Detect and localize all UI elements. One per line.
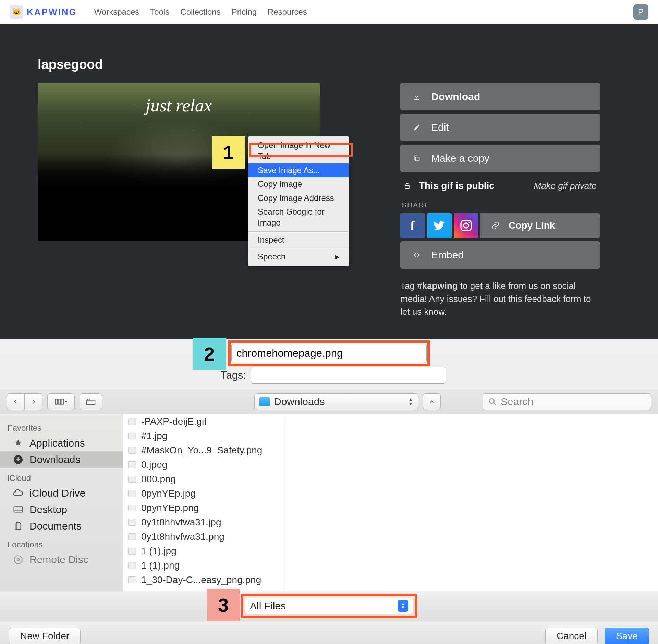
sidebar-item-documents[interactable]: Documents <box>0 518 123 534</box>
sidebar-item-downloads[interactable]: Downloads <box>0 451 123 468</box>
location-dropdown[interactable]: Downloads ▲▼ <box>254 393 418 410</box>
edit-button[interactable]: Edit <box>400 114 600 141</box>
file-name: 0pynYEp.png <box>141 502 199 513</box>
download-icon <box>412 92 422 101</box>
public-text: This gif is public <box>419 180 495 191</box>
file-row[interactable]: 1 (1).jpg <box>123 544 283 558</box>
file-detail-pane <box>283 414 658 591</box>
svg-point-9 <box>489 399 494 403</box>
file-row[interactable]: 0.jpeg <box>123 458 283 472</box>
back-button[interactable] <box>7 393 25 410</box>
feedback-form-link[interactable]: feedback form <box>525 294 581 304</box>
make-copy-button[interactable]: Make a copy <box>400 145 600 172</box>
ctx-open-new-tab[interactable]: Open Image in New Tab <box>248 138 349 163</box>
save-button[interactable]: Save <box>605 628 649 644</box>
file-name: -PAXP-deijE.gif <box>141 416 207 427</box>
file-row[interactable]: -PAXP-deijE.gif <box>123 414 283 429</box>
share-label: SHARE <box>402 201 600 209</box>
view-mode-button[interactable]: ▾ <box>47 393 75 410</box>
chevron-down-icon: ▾ <box>65 399 67 404</box>
ctx-separator <box>248 248 349 248</box>
ctx-copy-address[interactable]: Copy Image Address <box>248 191 349 205</box>
embed-button[interactable]: Embed <box>400 241 600 269</box>
nav-pricing[interactable]: Pricing <box>232 7 257 17</box>
copy-link-label: Copy Link <box>509 220 555 231</box>
cancel-button[interactable]: Cancel <box>545 628 598 644</box>
overlay-text: just relax <box>146 95 212 116</box>
forward-button[interactable] <box>25 393 42 410</box>
file-thumb-icon <box>128 461 136 468</box>
download-button[interactable]: Download <box>400 83 600 110</box>
file-row[interactable]: 1 (1).png <box>123 558 283 573</box>
desktop-icon <box>12 505 24 515</box>
file-row[interactable]: 0y1t8hhvfwa31.png <box>123 530 283 544</box>
dialog-body: Favorites Applications Downloads iCloud … <box>0 414 658 591</box>
nav-collections[interactable]: Collections <box>180 7 220 17</box>
ctx-speech[interactable]: Speech ▶ <box>248 250 349 264</box>
copy-icon <box>412 154 422 163</box>
format-select[interactable]: All Files ▲▼ <box>245 598 413 614</box>
downloads-icon <box>12 454 24 465</box>
documents-icon <box>12 521 24 531</box>
chevron-right-icon: ▶ <box>335 253 339 261</box>
share-instagram-button[interactable] <box>454 213 478 238</box>
user-avatar[interactable]: P <box>633 4 648 20</box>
nav-workspaces[interactable]: Workspaces <box>94 7 139 17</box>
pencil-icon <box>412 123 422 132</box>
tags-input[interactable] <box>251 367 446 384</box>
make-private-link[interactable]: Make gif private <box>534 181 597 191</box>
sidebar-item-remote-disc[interactable]: Remote Disc <box>0 551 123 568</box>
disc-icon <box>12 555 24 565</box>
svg-rect-6 <box>58 399 61 404</box>
share-twitter-button[interactable] <box>427 213 452 238</box>
file-row[interactable]: #MaskOn_Yo...9_Safety.png <box>123 443 283 458</box>
ctx-save-image-as[interactable]: Save Image As... <box>248 163 349 177</box>
brand-logo[interactable]: 🐱 KAPWING <box>10 5 77 19</box>
file-row[interactable]: 1_30-Day-C...easy_png.png <box>123 573 283 587</box>
file-row[interactable]: 000.png <box>123 472 283 486</box>
nav-resources[interactable]: Resources <box>268 7 307 17</box>
search-placeholder: Search <box>501 396 533 408</box>
sidebar-item-icloud-drive[interactable]: iCloud Drive <box>0 485 123 501</box>
file-column[interactable]: -PAXP-deijE.gif#1.jpg#MaskOn_Yo...9_Safe… <box>123 414 283 591</box>
edit-label: Edit <box>431 122 449 133</box>
collapse-button[interactable] <box>423 393 441 410</box>
unlock-icon <box>404 182 412 190</box>
ctx-search-google[interactable]: Search Google for Image <box>248 205 349 230</box>
file-row[interactable]: 0pynYEp.png <box>123 501 283 515</box>
search-field[interactable]: Search <box>483 393 651 410</box>
filename-input[interactable] <box>231 344 427 363</box>
cat-logo-icon: 🐱 <box>10 5 23 19</box>
chevron-updown-icon: ▲▼ <box>398 600 408 612</box>
copy-link-button[interactable]: Copy Link <box>480 213 600 238</box>
file-row[interactable]: 0y1t8hhvfwa31.jpg <box>123 515 283 530</box>
hashtag: #kapwing <box>417 281 458 291</box>
cloud-icon <box>12 488 24 498</box>
chevron-updown-icon: ▲▼ <box>408 397 413 406</box>
new-folder-button[interactable]: New Folder <box>9 628 81 644</box>
location-label: Downloads <box>274 396 325 408</box>
file-thumb-icon <box>128 418 136 425</box>
visibility-row: This gif is public Make gif private <box>400 175 600 201</box>
nav-tools[interactable]: Tools <box>150 7 169 17</box>
search-icon <box>488 398 497 406</box>
file-name: 1 (1).jpg <box>141 546 176 557</box>
footer-note: Tag #kapwing to get a like from us on so… <box>400 280 600 318</box>
svg-rect-5 <box>55 399 58 404</box>
dialog-toolbar: ▾ Downloads ▲▼ Search <box>0 389 658 414</box>
project-section: lapsegood just relax Open Image in New T… <box>0 24 658 339</box>
file-name: 0.jpeg <box>141 459 167 470</box>
ctx-inspect[interactable]: Inspect <box>248 233 349 247</box>
file-row[interactable]: 0pynYEp.jpg <box>123 486 283 501</box>
top-navbar: 🐱 KAPWING Workspaces Tools Collections P… <box>0 0 658 24</box>
dialog-bottom-bar: New Folder Cancel Save <box>0 621 658 644</box>
ctx-separator <box>248 231 349 232</box>
list-view-button[interactable] <box>80 393 102 410</box>
sidebar-item-applications[interactable]: Applications <box>0 435 123 451</box>
share-facebook-button[interactable]: f <box>400 213 425 238</box>
sidebar-item-desktop[interactable]: Desktop <box>0 501 123 518</box>
file-row[interactable]: #1.jpg <box>123 429 283 443</box>
ctx-copy-image[interactable]: Copy Image <box>248 177 349 191</box>
svg-point-13 <box>17 559 20 561</box>
file-thumb-icon <box>128 548 136 555</box>
